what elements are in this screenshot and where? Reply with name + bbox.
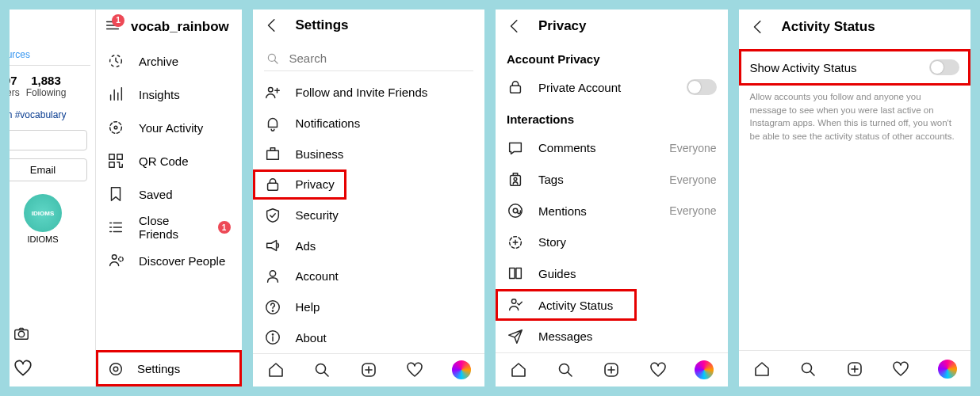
settings-notifications[interactable]: Notifications [253, 108, 485, 139]
activity-icon [507, 296, 524, 314]
account-icon [264, 268, 281, 285]
nav-avatar[interactable] [452, 360, 471, 379]
heart-icon[interactable] [13, 358, 33, 379]
nav-activity-icon[interactable] [891, 360, 910, 379]
settings-about[interactable]: About [253, 322, 485, 353]
back-icon[interactable] [264, 17, 281, 34]
settings-privacy[interactable]: Privacy [253, 169, 346, 200]
nav-newpost-icon[interactable] [845, 360, 864, 379]
bottom-nav [739, 350, 971, 386]
privacy-guides[interactable]: Guides [496, 258, 728, 290]
private-account-row[interactable]: Private Account [496, 72, 728, 104]
story-highlight[interactable]: IDIOMS IDIOMS [10, 189, 90, 244]
messages-icon [507, 328, 524, 345]
gear-icon [107, 360, 124, 378]
bottom-nav [253, 353, 485, 386]
hamburger-button[interactable]: 1 [104, 17, 121, 38]
business-icon [264, 145, 281, 162]
close-friends-icon [107, 219, 124, 236]
nav-newpost-icon[interactable] [602, 360, 621, 379]
nav-activity-icon[interactable] [405, 360, 424, 379]
privacy-mentions[interactable]: MentionsEveryone [496, 195, 728, 227]
privacy-activity-status[interactable]: Activity Status [496, 289, 637, 321]
profile-side-menu: 1 vocab_rainbow Archive Insights Your Ac… [95, 10, 242, 386]
nav-home-icon[interactable] [752, 360, 771, 379]
tab-fragment[interactable]: ources [10, 44, 90, 66]
bell-icon [264, 115, 281, 132]
email-button[interactable]: Email [10, 158, 87, 181]
nav-search-icon[interactable] [798, 360, 817, 379]
menu-settings[interactable]: Settings [96, 350, 242, 386]
menu-archive[interactable]: Archive [96, 44, 242, 78]
history-icon [107, 52, 124, 70]
close-friends-badge: 1 [218, 221, 231, 234]
bio-hashtags[interactable]: ah #vocabulary [10, 101, 90, 122]
nav-avatar[interactable] [938, 360, 957, 379]
nav-home-icon[interactable] [266, 360, 285, 379]
story-icon [507, 234, 524, 251]
info-icon [264, 329, 281, 346]
invite-icon [264, 84, 281, 101]
settings-follow-invite[interactable]: Follow and Invite Friends [253, 78, 485, 109]
discover-icon [107, 252, 124, 269]
nav-activity-icon[interactable] [649, 360, 668, 379]
privacy-story[interactable]: Story [496, 227, 728, 258]
nav-avatar[interactable] [695, 360, 714, 379]
lock-icon [507, 78, 524, 96]
settings-account[interactable]: Account [253, 261, 485, 292]
guides-icon [507, 265, 524, 282]
nav-home-icon[interactable] [509, 360, 528, 379]
privacy-tags[interactable]: TagsEveryone [496, 164, 728, 196]
nav-newpost-icon[interactable] [359, 360, 378, 379]
privacy-messages[interactable]: Messages [496, 321, 728, 352]
page-title: Activity Status [782, 19, 875, 35]
ads-icon [264, 237, 281, 254]
back-icon[interactable] [507, 17, 524, 35]
page-title: Settings [296, 17, 349, 33]
hamburger-badge: 1 [112, 14, 124, 27]
menu-insights[interactable]: Insights [96, 78, 242, 111]
show-activity-status-row[interactable]: Show Activity Status [739, 49, 971, 86]
menu-close-friends[interactable]: Close Friends1 [96, 211, 242, 244]
mention-icon [507, 202, 524, 219]
screen-activity-status: Activity Status Show Activity Status All… [739, 10, 971, 386]
settings-help[interactable]: Help [253, 291, 485, 322]
nav-search-icon[interactable] [556, 360, 575, 379]
help-icon [264, 299, 281, 316]
settings-business[interactable]: Business [253, 139, 485, 169]
settings-security[interactable]: Security [253, 200, 485, 230]
bookmark-icon [107, 185, 124, 203]
menu-saved[interactable]: Saved [96, 177, 242, 211]
search-icon [266, 51, 280, 66]
stat-followers[interactable]: 97 vers [10, 74, 20, 98]
camera-icon[interactable] [13, 325, 30, 342]
nav-search-icon[interactable] [312, 360, 331, 379]
settings-ads[interactable]: Ads [253, 230, 485, 261]
screen-profile-menu: ources 97 vers 1,883 Following ah #vocab… [10, 10, 242, 386]
show-activity-status-toggle[interactable] [929, 59, 959, 75]
settings-label: Settings [137, 362, 180, 375]
input-fragment[interactable] [10, 130, 87, 150]
activity-status-desc: Allow accounts you follow and anyone you… [739, 86, 971, 148]
menu-qr-code[interactable]: QR Code [96, 144, 242, 177]
profile-left-panel: ources 97 vers 1,883 Following ah #vocab… [10, 44, 90, 350]
shield-icon [264, 207, 281, 224]
insights-icon [107, 86, 124, 103]
page-title: Privacy [538, 18, 587, 34]
private-account-toggle[interactable] [687, 79, 717, 95]
bottom-nav [496, 352, 728, 386]
menu-discover-people[interactable]: Discover People [96, 244, 242, 277]
search-input[interactable] [289, 51, 473, 65]
section-account-privacy: Account Privacy [496, 43, 728, 72]
qr-icon [107, 152, 124, 169]
back-icon[interactable] [750, 18, 768, 36]
stat-following[interactable]: 1,883 Following [26, 74, 67, 98]
search-row[interactable] [264, 47, 474, 71]
story-label: IDIOMS [10, 232, 90, 244]
your-activity-icon [107, 119, 124, 136]
tag-icon [507, 171, 524, 188]
menu-your-activity[interactable]: Your Activity [96, 111, 242, 144]
privacy-comments[interactable]: CommentsEveryone [496, 132, 728, 164]
username-title: vocab_rainbow [131, 19, 229, 35]
lock-icon [264, 176, 281, 193]
